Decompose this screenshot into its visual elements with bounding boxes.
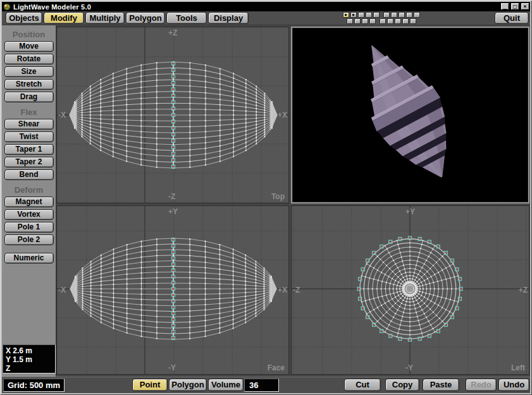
copy-button[interactable]: Copy <box>385 379 419 391</box>
numeric-button[interactable]: Numeric <box>4 253 54 264</box>
view-layout-button[interactable] <box>399 12 405 18</box>
coordinate-z: Z <box>6 364 55 373</box>
view-layout-button[interactable] <box>406 12 412 18</box>
wireframe-top-view <box>57 27 288 203</box>
axis-label-left: -X <box>58 111 66 119</box>
view-layout-button[interactable] <box>358 12 364 18</box>
app-icon <box>3 3 11 11</box>
tool-size[interactable]: Size <box>4 66 54 77</box>
paste-button[interactable]: Paste <box>423 379 459 391</box>
cut-button[interactable]: Cut <box>344 379 381 391</box>
tool-taper1[interactable]: Taper 1 <box>4 144 54 155</box>
view-layout-button[interactable] <box>414 12 420 18</box>
axis-label-top: +Y <box>405 207 415 216</box>
axis-label-right: +X <box>278 286 287 295</box>
main-area: Position Move Rotate Size Stretch Drag F… <box>2 25 530 377</box>
group-title-deform: Deform <box>2 185 56 195</box>
tool-move[interactable]: Move <box>4 41 54 52</box>
axis-label-bottom: -Y <box>168 363 176 372</box>
status-bar: Grid: 500 mm Point Polygon Volume 36 Cut… <box>2 377 530 393</box>
tab-objects[interactable]: Objects <box>6 12 42 24</box>
view-layout-button[interactable] <box>354 18 361 24</box>
view-layout-button[interactable] <box>395 18 401 24</box>
coordinate-x: X 2.6 m <box>6 346 55 355</box>
undo-button[interactable]: Undo <box>498 379 529 391</box>
wireframe-face-view <box>57 206 288 374</box>
coordinate-y: Y 1.5 m <box>6 355 55 364</box>
tool-bend[interactable]: Bend <box>4 169 54 180</box>
axis-label-left: -Z <box>293 286 300 295</box>
view-layout-button[interactable] <box>387 18 393 24</box>
viewport-name: Face <box>268 363 285 372</box>
tab-multiply[interactable]: Multiply <box>85 12 125 24</box>
tab-display[interactable]: Display <box>208 12 249 24</box>
axis-label-top: +Z <box>168 28 177 37</box>
wireframe-left-view <box>292 206 529 374</box>
viewport-left[interactable]: +Y -Y -Z +Z Left <box>291 205 529 375</box>
view-layout-button[interactable] <box>391 12 397 18</box>
view-layout-button[interactable] <box>350 12 357 18</box>
view-layout-button[interactable] <box>362 18 368 24</box>
view-layout-button[interactable] <box>402 18 409 24</box>
view-layout-button[interactable] <box>347 18 353 24</box>
tab-tools[interactable]: Tools <box>166 12 207 24</box>
mode-volume[interactable]: Volume <box>208 379 244 391</box>
title-bar[interactable]: LightWave Modeler 5.0 _ □ × <box>2 2 530 11</box>
group-title-position: Position <box>2 30 56 39</box>
menu-bar: Objects Modify Multiply Polygon Tools Di… <box>2 11 530 25</box>
tool-shear[interactable]: Shear <box>4 119 54 130</box>
tool-twist[interactable]: Twist <box>4 131 54 142</box>
viewport-name: Top <box>271 192 285 201</box>
tool-stretch[interactable]: Stretch <box>4 79 54 90</box>
view-layout-button[interactable] <box>369 18 376 24</box>
tool-rotate[interactable]: Rotate <box>4 54 54 64</box>
axis-label-left: -X <box>58 286 66 295</box>
view-layout-button[interactable] <box>366 12 372 18</box>
axis-label-right: +Z <box>519 286 528 295</box>
maximize-button[interactable]: □ <box>510 3 519 10</box>
minimize-button[interactable]: _ <box>500 3 509 10</box>
axis-label-bottom: -Y <box>405 363 413 372</box>
view-config-strip <box>343 12 420 25</box>
group-title-flex: Flex <box>2 107 56 117</box>
viewport-perspective[interactable] <box>291 27 529 204</box>
app-window: LightWave Modeler 5.0 _ □ × Objects Modi… <box>0 0 532 395</box>
selection-count-field: 36 <box>244 379 279 392</box>
tab-modify[interactable]: Modify <box>44 12 84 24</box>
window-title: LightWave Modeler 5.0 <box>13 3 91 11</box>
quit-button[interactable]: Quit <box>495 12 529 24</box>
viewport-face[interactable]: +Y -Y -X +X Face <box>56 205 289 375</box>
tool-vortex[interactable]: Vortex <box>4 209 54 220</box>
mode-polygon[interactable]: Polygon <box>169 379 207 391</box>
view-layout-button[interactable] <box>373 12 380 18</box>
tool-magnet[interactable]: Magnet <box>4 197 54 207</box>
tool-sidebar: Position Move Rotate Size Stretch Drag F… <box>2 25 56 377</box>
view-layout-button[interactable] <box>383 12 390 18</box>
viewport-top[interactable]: +Z -Z -X +X Top <box>56 27 289 204</box>
axis-label-right: +X <box>278 111 287 119</box>
grid-size-field: Grid: 500 mm <box>3 379 65 392</box>
shaded-shell-3d <box>292 28 528 202</box>
tool-taper2[interactable]: Taper 2 <box>4 157 54 167</box>
tool-pole1[interactable]: Pole 1 <box>4 222 54 233</box>
view-layout-button[interactable] <box>343 12 349 18</box>
coordinate-readout: X 2.6 m Y 1.5 m Z <box>3 344 56 374</box>
mode-point[interactable]: Point <box>132 379 168 391</box>
axis-label-top: +Y <box>168 207 178 216</box>
tab-polygon[interactable]: Polygon <box>126 12 165 24</box>
close-button[interactable]: × <box>521 3 529 10</box>
axis-label-bottom: -Z <box>168 192 175 201</box>
tool-pole2[interactable]: Pole 2 <box>4 234 54 245</box>
redo-button[interactable]: Redo <box>466 379 497 391</box>
viewport-name: Left <box>511 363 525 372</box>
view-layout-button[interactable] <box>410 18 416 24</box>
tool-drag[interactable]: Drag <box>4 92 54 102</box>
view-layout-button[interactable] <box>380 18 386 24</box>
